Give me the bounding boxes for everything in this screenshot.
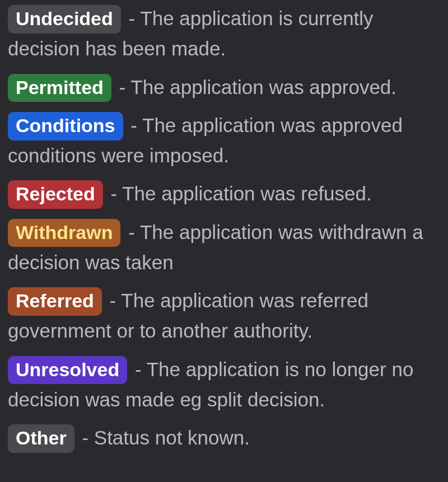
status-entry-conditions: Conditions - The application was approve… bbox=[8, 110, 448, 171]
status-entry-permitted: Permitted - The application was approved… bbox=[8, 72, 448, 102]
status-entry-undecided: Undecided - The application is currently… bbox=[8, 3, 448, 64]
status-badge-undecided: Undecided bbox=[8, 5, 121, 34]
status-badge-withdrawn: Withdrawn bbox=[8, 219, 120, 247]
status-badge-unresolved: Unresolved bbox=[8, 356, 127, 385]
status-desc-other: - Status not known. bbox=[77, 427, 250, 448]
status-desc-rejected: - The application was refused. bbox=[105, 182, 372, 204]
status-entry-other: Other - Status not known. bbox=[8, 423, 448, 453]
status-entry-referred: Referred - The application was referred … bbox=[8, 286, 448, 347]
status-entry-rejected: Rejected - The application was refused. bbox=[8, 179, 448, 209]
status-desc-permitted: - The application was approved. bbox=[114, 76, 396, 98]
status-entry-unresolved: Unresolved - The application is no longe… bbox=[8, 354, 448, 415]
status-badge-conditions: Conditions bbox=[8, 112, 123, 141]
status-entry-withdrawn: Withdrawn - The application was withdraw… bbox=[8, 217, 448, 278]
status-badge-rejected: Rejected bbox=[8, 180, 103, 209]
status-badge-other: Other bbox=[8, 424, 74, 453]
status-badge-permitted: Permitted bbox=[8, 74, 111, 102]
status-badge-referred: Referred bbox=[8, 287, 102, 316]
